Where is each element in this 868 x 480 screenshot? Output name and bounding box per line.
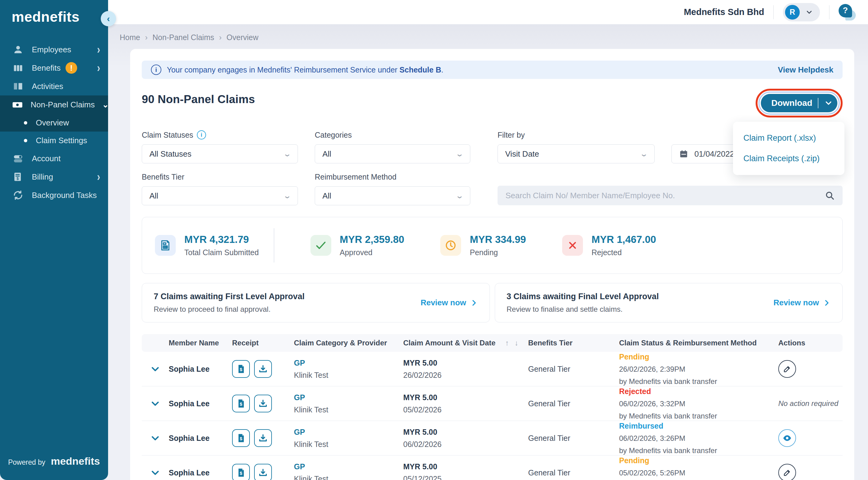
view-receipt-button[interactable]: $: [232, 429, 250, 447]
review-now-link[interactable]: Review now: [773, 298, 831, 307]
sidebar-item-label: Activities: [32, 82, 100, 91]
sidebar-item-account[interactable]: Account: [0, 149, 108, 168]
search-icon: [825, 191, 835, 200]
breadcrumb-home[interactable]: Home: [120, 33, 140, 42]
claim-provider: Klinik Test: [294, 405, 403, 414]
stat-rejected: MYR 1,467.00 Rejected: [562, 234, 656, 257]
table-row: Sophia Lee $ GP Klinik Test MYR 5.00 26/…: [142, 352, 843, 386]
chevron-down-icon: [150, 433, 160, 443]
status-date: 06/02/2026, 3:32PM: [619, 400, 778, 408]
sidebar-item-employees[interactable]: Employees ›: [0, 40, 108, 59]
menu-item-claim-receipts[interactable]: Claim Receipts (.zip): [733, 148, 844, 169]
categories-label: Categories: [315, 131, 470, 139]
stat-label: Pending: [470, 248, 526, 257]
powered-by-label: Powered by: [8, 458, 45, 467]
topbar: Mednefits Sdn Bhd R ?: [108, 0, 868, 25]
chevron-down-icon: [150, 468, 160, 478]
filter-by-select[interactable]: Visit Date ⌄: [498, 144, 655, 163]
sidebar-subitem-overview[interactable]: Overview: [0, 114, 108, 132]
sidebar-item-billing[interactable]: $ Billing ›: [0, 168, 108, 186]
claim-provider: Klinik Test: [294, 440, 403, 449]
view-receipt-button[interactable]: $: [232, 360, 250, 378]
edit-claim-button[interactable]: [778, 464, 796, 480]
view-helpdesk-link[interactable]: View Helpdesk: [778, 65, 833, 75]
download-icon: [258, 433, 268, 443]
stat-pending: MYR 334.99 Pending: [440, 234, 526, 257]
status-method: by Mednefits via bank transfer: [619, 377, 778, 386]
mednefits-logo: mednefits: [0, 0, 108, 25]
claim-amount: MYR 5.00: [403, 462, 441, 471]
search-input[interactable]: [505, 191, 825, 200]
chevron-down-icon: [150, 364, 160, 374]
claim-status: Pending: [619, 352, 778, 361]
claim-statuses-select[interactable]: All Statuses ⌄: [142, 144, 298, 163]
review-now-link[interactable]: Review now: [421, 298, 478, 307]
sidebar: mednefits Employees › Benefits ! › Activ…: [0, 0, 108, 480]
approval-subtitle: Review to proceed to final approval.: [154, 305, 305, 314]
download-button[interactable]: Download: [761, 94, 837, 112]
claim-category: GP: [294, 428, 403, 437]
search-field[interactable]: [498, 186, 843, 205]
info-banner: i Your company engages in Mednefits' Rei…: [142, 61, 843, 79]
mednefits-footer-logo: mednefits: [51, 455, 100, 467]
claim-status: Reimbursed: [619, 421, 778, 431]
sidebar-item-non-panel-claims[interactable]: Non-Panel Claims ⌄: [0, 96, 108, 114]
toggles-icon: [12, 153, 25, 164]
claims-summary: MYR 4,321.79 Total Claim Submitted MYR 2…: [142, 217, 843, 274]
chevron-right-icon: ›: [97, 61, 100, 75]
header-status: Claim Status & Reimbursement Method: [619, 339, 778, 347]
sync-icon: [12, 190, 25, 201]
benefits-tier: General Tier: [528, 399, 619, 408]
approval-subtitle: Review to finalise and settle claims.: [507, 305, 659, 314]
visit-date: 05/12/2025: [403, 475, 441, 480]
breadcrumb-non-panel-claims[interactable]: Non-Panel Claims: [153, 33, 214, 42]
stat-amount: MYR 1,467.00: [591, 234, 656, 245]
benefits-tier-select[interactable]: All ⌄: [142, 186, 298, 205]
divider: [274, 228, 274, 263]
edit-claim-button[interactable]: [778, 360, 796, 378]
sidebar-item-background-tasks[interactable]: Background Tasks: [0, 186, 108, 204]
first-level-approval-card: 7 Claims awaiting First Level Approval R…: [142, 283, 490, 322]
sidebar-item-benefits[interactable]: Benefits ! ›: [0, 59, 108, 77]
help-button[interactable]: ?: [839, 4, 855, 21]
x-icon: [562, 235, 583, 256]
row-expander[interactable]: [142, 468, 169, 478]
download-receipt-button[interactable]: [254, 360, 272, 378]
avatar: R: [785, 5, 800, 20]
header-amount: Claim Amount & Visit Date: [403, 339, 495, 347]
reimbursement-method-select[interactable]: All ⌄: [315, 186, 470, 205]
benefits-tier: General Tier: [528, 468, 619, 477]
download-icon: [258, 399, 268, 408]
categories-select[interactable]: All ⌄: [315, 144, 470, 163]
claim-amount: MYR 5.00: [403, 393, 441, 402]
row-expander[interactable]: [142, 399, 169, 408]
sidebar-item-label: Non-Panel Claims: [31, 100, 95, 109]
download-receipt-button[interactable]: [254, 395, 272, 412]
view-receipt-button[interactable]: $: [232, 395, 250, 412]
divider: [773, 5, 774, 19]
member-name: Sophia Lee: [169, 399, 232, 408]
header-actions: Actions: [778, 339, 843, 347]
view-receipt-button[interactable]: $: [232, 464, 250, 480]
status-date: 26/02/2026, 2:39PM: [619, 365, 778, 374]
download-receipt-button[interactable]: [254, 464, 272, 480]
user-menu[interactable]: R: [783, 3, 820, 22]
menu-item-claim-report[interactable]: Claim Report (.xlsx): [733, 128, 844, 148]
svg-text:$: $: [240, 402, 242, 407]
download-receipt-button[interactable]: [254, 429, 272, 447]
approval-title: 7 Claims awaiting First Level Approval: [154, 292, 305, 301]
row-expander[interactable]: [142, 433, 169, 443]
divider: [818, 98, 818, 108]
sidebar-subitem-claim-settings[interactable]: Claim Settings: [0, 132, 108, 149]
header-tier: Benefits Tier: [528, 339, 619, 347]
sidebar-item-activities[interactable]: Activities: [0, 77, 108, 96]
member-name: Sophia Lee: [169, 434, 232, 443]
row-expander[interactable]: [142, 364, 169, 374]
sort-icons[interactable]: ↑ ↓: [505, 339, 520, 347]
sidebar-collapse-button[interactable]: ‹: [101, 11, 116, 26]
breadcrumb-overview[interactable]: Overview: [226, 33, 258, 42]
stat-amount: MYR 334.99: [470, 234, 526, 245]
breadcrumb-separator: ›: [145, 33, 148, 42]
benefits-tier: General Tier: [528, 365, 619, 374]
view-claim-button[interactable]: [778, 429, 796, 447]
